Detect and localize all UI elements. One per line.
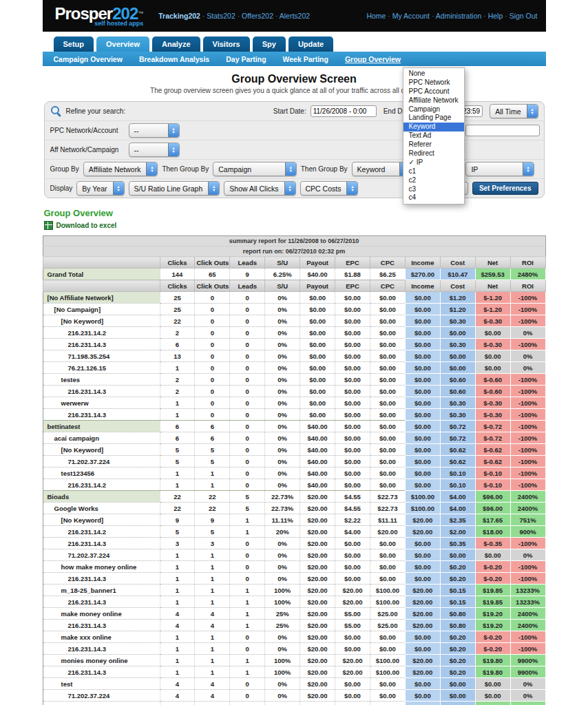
cell-epc: $0.00 [335,409,370,421]
cell-s-u: 0% [265,292,300,304]
then-group-by-1-select[interactable]: Campaign [213,162,297,176]
group-by-value: Affiliate Network [84,165,147,173]
cell-cost: $0.00 [440,549,475,561]
cell-payout: $20.00 [300,620,335,631]
nav-sign-out[interactable]: Sign Out [503,12,537,20]
costs-type-select[interactable]: CPC Costs [300,181,359,196]
nav-administration[interactable]: Administration [430,12,481,20]
date-preset-select[interactable]: All Time [490,104,538,118]
nav-help[interactable]: Help [481,12,503,20]
menu-item-c1[interactable]: c1 [403,167,464,176]
cell-s-u: 25% [265,608,300,620]
menu-item-c3[interactable]: c3 [403,185,464,194]
nav-alerts202[interactable]: Alerts202 [273,12,310,20]
cell-s-u: 100% [265,596,300,608]
cell-income: $0.00 [405,678,440,690]
cell-clicks: 4 [160,690,195,702]
download-excel-link[interactable]: Download to excel [56,222,117,229]
nav-tracking202[interactable]: Tracking202 [158,12,200,20]
tab-visitors[interactable]: Visitors [203,36,250,52]
cell-income: $0.00 [405,456,440,467]
cell-cpc: $0.00 [370,456,405,467]
ppc-network-select[interactable]: -- [129,123,180,138]
clicks-filter-select[interactable]: Show All Clicks [224,181,295,196]
keyword-filter-input[interactable] [465,125,540,136]
row-label: test [43,678,160,690]
then-group-by-3-select[interactable]: IP [465,162,534,176]
column-header: Income [405,257,440,269]
row-label: make money online [43,608,160,620]
cell-epc: $0.00 [335,467,370,479]
cell-clicks: 4 [160,620,195,631]
nav-offers202[interactable]: Offers202 [235,12,273,20]
nav-home[interactable]: Home [366,12,386,20]
menu-item-c4[interactable]: c4 [403,193,464,202]
cell-click-outs: 1 [195,702,230,705]
cell-cost: $0.20 [440,561,475,573]
menu-item-text-ad[interactable]: Text Ad [403,131,464,140]
cell-cpc: $0.00 [370,643,405,655]
cell-roi: -100% [510,374,545,386]
menu-item-ppc-account[interactable]: PPC Account [403,87,464,96]
cell-s-u: 0% [265,631,300,643]
cell-net: $-0.20 [475,561,510,573]
group-by-select[interactable]: Affiliate Network [83,162,158,176]
row-label: test1fsgsfg [43,702,160,705]
subnav-breakdown-analysis[interactable]: Breakdown Analysis [139,55,209,63]
aff-network-select[interactable]: -- [129,143,180,157]
subnav-day-parting[interactable]: Day Parting [226,55,266,63]
menu-item-ppc-network[interactable]: PPC Network [403,78,464,87]
graph-type-select[interactable]: S/U Ratio Line Graph [129,181,220,196]
menu-item-landing-page[interactable]: Landing Page [403,114,464,123]
cell-click-outs: 0 [195,350,230,362]
nav-stats202[interactable]: Stats202 [200,12,235,20]
cell-s-u: 100% [265,666,300,678]
cell-cpc: $0.00 [370,409,405,421]
table-row: 216.231.14.255120%$20.00$4.00$20.00$20.0… [43,526,545,538]
cell-s-u: 0% [265,327,300,339]
tab-spy[interactable]: Spy [253,36,286,52]
cell-payout: $20.00 [300,596,335,608]
subnav-group-overview[interactable]: Group Overview [345,55,401,63]
table-row: 216.231.14.31100%$20.00$0.00$0.00$0.00$0… [43,573,545,585]
row-label: 216.231.14.3 [43,596,160,608]
tab-analyze[interactable]: Analyze [152,36,200,52]
cell-income: $0.00 [405,631,440,643]
start-date-input[interactable] [311,105,377,117]
subnav-week-parting[interactable]: Week Parting [283,55,328,63]
menu-item-affiliate-network[interactable]: Affiliate Network [403,96,464,105]
set-preferences-button[interactable]: Set Preferences [472,182,538,195]
cell-epc: $20.00 [335,655,370,666]
row-label: [No Affiliate Network] [43,292,160,304]
cell-cost: $0.20 [440,666,475,678]
tab-overview[interactable]: Overview [96,36,149,52]
cell-roi: -100% [510,561,545,573]
cell-cost: $0.60 [440,386,475,397]
tab-setup[interactable]: Setup [54,36,94,52]
cell-cost: $0.80 [440,608,475,620]
nav-my-account[interactable]: My Account [386,12,430,20]
cell-leads: 0 [230,690,265,702]
cell-cpc: $100.00 [370,596,405,608]
column-header: CPC [370,257,405,269]
subnav-campaign-overview[interactable]: Campaign Overview [54,55,123,63]
cell-cpc: $0.00 [370,479,405,491]
menu-item-keyword[interactable]: Keyword [403,123,464,131]
display-period-select[interactable]: By Year [76,181,124,196]
viewport: Prosper202™ self hosted apps Tracking202… [0,0,588,705]
cell-cost: $0.20 [440,573,475,585]
cell-epc: $0.00 [335,421,370,432]
row-label: make xxx online [43,631,160,643]
cell-clicks: 25 [160,292,195,304]
excel-icon [44,221,53,230]
menu-item-campaign[interactable]: Campaign [403,105,464,114]
menu-item-c2[interactable]: c2 [403,176,464,185]
cell-leads: 0 [230,374,265,386]
menu-item-ip[interactable]: ✓ IP [403,158,464,167]
menu-item-referer[interactable]: Referer [403,140,464,149]
menu-item-redirect[interactable]: Redirect [403,149,464,158]
cell-click-outs: 1 [195,655,230,666]
menu-item-none[interactable]: None [403,70,464,78]
tab-update[interactable]: Update [288,36,333,52]
cell-epc: $0.00 [335,304,370,315]
